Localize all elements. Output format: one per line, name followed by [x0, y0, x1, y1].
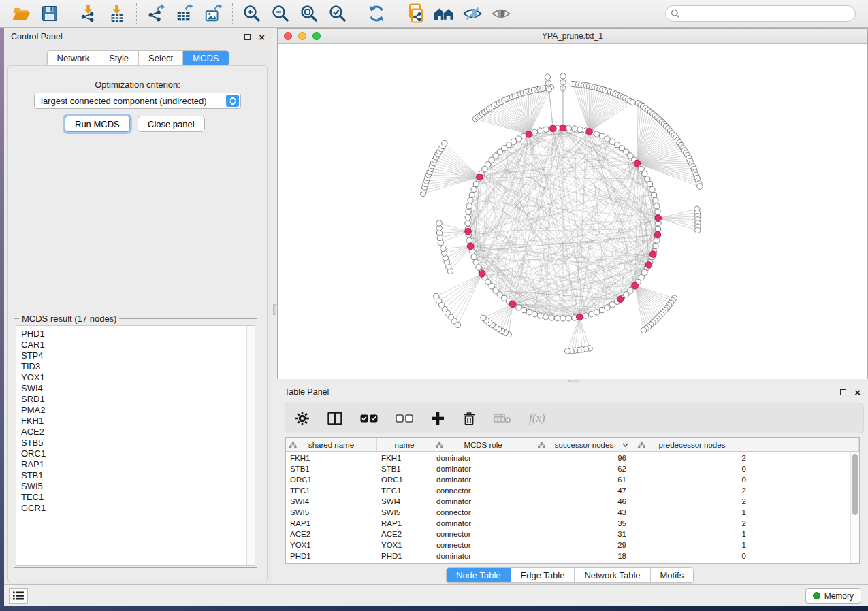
table-row[interactable]: SWI5SWI5connector431 — [286, 507, 850, 518]
column-header-MCDS-role[interactable]: MCDS role — [432, 438, 534, 451]
hide-selected-eye-icon[interactable] — [458, 1, 487, 26]
memory-button[interactable]: Memory — [805, 588, 861, 604]
network-canvas[interactable] — [278, 44, 867, 379]
float-panel-icon[interactable] — [840, 389, 846, 395]
tab-select[interactable]: Select — [139, 51, 183, 65]
column-header-shared-name[interactable]: shared name — [286, 438, 377, 451]
network-view-titlebar[interactable]: YPA_prune.txt_1 — [278, 29, 867, 44]
mcds-result-item[interactable]: GCR1 — [21, 503, 255, 514]
control-panel-tabs: NetworkStyleSelectMCDS — [46, 50, 229, 66]
criterion-dropdown[interactable]: largest connected component (undirected) — [34, 93, 241, 109]
splitter-handle[interactable] — [568, 380, 579, 382]
mcds-list-scrollbar[interactable] — [246, 326, 255, 565]
cell-predecessor-nodes: 2 — [634, 519, 750, 527]
column-header-predecessor-nodes[interactable]: predecessor nodes — [634, 438, 750, 451]
add-column-icon[interactable] — [431, 412, 445, 425]
column-header-name[interactable]: name — [377, 438, 432, 451]
show-hidden-eye-icon[interactable] — [487, 1, 515, 26]
column-chooser-icon[interactable] — [327, 412, 342, 425]
cell-successor-nodes: 61 — [534, 476, 634, 484]
close-panel-icon[interactable]: × — [854, 389, 861, 395]
mcds-result-item[interactable]: ORC1 — [21, 448, 255, 459]
mcds-result-item[interactable]: RAP1 — [21, 459, 255, 470]
mcds-result-item[interactable]: CAR1 — [21, 340, 255, 350]
cell-shared-name: FKH1 — [286, 454, 377, 462]
mcds-result-item[interactable]: STB1 — [21, 470, 255, 481]
table-scrollbar[interactable] — [850, 452, 859, 563]
float-panel-icon[interactable] — [244, 34, 251, 40]
table-row[interactable]: ORC1ORC1dominator610 — [286, 474, 850, 485]
mcds-result-item[interactable]: PMA2 — [21, 405, 255, 416]
delete-column-trash-icon[interactable] — [462, 411, 476, 426]
mcds-result-item[interactable]: SRD1 — [21, 394, 255, 405]
cell-successor-nodes: 29 — [534, 541, 634, 549]
mcds-result-item[interactable]: FKH1 — [21, 416, 255, 427]
mcds-result-item[interactable]: SWI5 — [21, 481, 255, 492]
cell-name: PHD1 — [377, 552, 432, 560]
mcds-result-item[interactable]: PHD1 — [21, 329, 255, 340]
table-row[interactable]: SWI4SWI4dominator462 — [286, 496, 850, 507]
export-table-icon[interactable] — [170, 1, 199, 26]
table-row[interactable]: PHD1PHD1dominator180 — [286, 550, 850, 561]
minimize-window-icon[interactable] — [298, 32, 306, 40]
import-network-icon[interactable] — [74, 1, 103, 26]
zoom-in-icon[interactable] — [238, 1, 266, 26]
table-tab-network-table[interactable]: Network Table — [575, 568, 650, 582]
tab-mcds[interactable]: MCDS — [183, 51, 228, 65]
export-network-icon[interactable] — [142, 1, 170, 26]
mcds-result-list[interactable]: PHD1CAR1STP4TID3YOX1SWI4SRD1PMA2FKH1ACE2… — [16, 325, 255, 566]
search-input[interactable] — [665, 5, 856, 22]
mcds-result-item[interactable]: TEC1 — [21, 492, 255, 503]
mcds-result-item[interactable]: YOX1 — [21, 372, 255, 383]
table-tab-edge-table[interactable]: Edge Table — [511, 568, 575, 582]
column-header-successor-nodes[interactable]: successor nodes — [534, 438, 634, 451]
close-panel-icon[interactable]: × — [259, 34, 265, 40]
table-row[interactable]: TEC1TEC1connector472 — [286, 485, 850, 496]
close-panel-button[interactable]: Close panel — [138, 116, 205, 132]
mcds-result-item[interactable]: ACE2 — [21, 427, 255, 437]
mcds-result-item[interactable]: STP4 — [21, 350, 255, 361]
refresh-icon[interactable] — [362, 1, 391, 26]
cell-predecessor-nodes: 2 — [634, 497, 750, 506]
open-file-icon[interactable] — [7, 1, 35, 26]
table-tab-node-table[interactable]: Node Table — [447, 568, 511, 582]
save-session-icon[interactable] — [35, 1, 64, 26]
zoom-fit-icon[interactable] — [295, 1, 323, 26]
scrollbar-thumb[interactable] — [852, 454, 858, 515]
node-table: shared namenameMCDS rolesuccessor nodesp… — [285, 437, 860, 564]
mcds-result-item[interactable]: STB5 — [21, 437, 255, 448]
export-image-icon[interactable] — [199, 1, 227, 26]
vertical-splitter[interactable] — [272, 28, 277, 584]
run-mcds-button[interactable]: Run MCDS — [65, 116, 130, 132]
tab-network[interactable]: Network — [47, 51, 99, 65]
cell-name: RAP1 — [377, 519, 432, 527]
zoom-out-icon[interactable] — [266, 1, 295, 26]
deselect-all-unchecked-icon[interactable] — [396, 414, 413, 423]
cell-successor-nodes: 46 — [534, 497, 634, 506]
zoom-selected-icon[interactable] — [323, 1, 352, 26]
cell-successor-nodes: 35 — [534, 519, 634, 527]
splitter-handle[interactable] — [273, 304, 276, 315]
table-panel-title: Table Panel — [285, 387, 840, 397]
table-row[interactable]: RAP1RAP1dominator352 — [286, 518, 850, 529]
column-label: MCDS role — [464, 441, 502, 449]
show-panels-list-icon[interactable] — [9, 588, 28, 604]
clone-network-icon[interactable] — [401, 1, 430, 26]
table-row[interactable]: ACE2ACE2connector311 — [286, 529, 850, 540]
maximize-window-icon[interactable] — [312, 32, 321, 40]
mcds-result-item[interactable]: SWI4 — [21, 383, 255, 394]
table-row[interactable]: STB1STB1dominator620 — [286, 463, 850, 474]
close-window-icon[interactable] — [284, 32, 292, 40]
table-row[interactable]: FKH1FKH1dominator962 — [286, 452, 850, 463]
select-all-checked-icon[interactable] — [360, 414, 378, 423]
tab-style[interactable]: Style — [99, 51, 139, 65]
cell-shared-name: SWI4 — [286, 497, 377, 506]
import-table-icon[interactable] — [103, 1, 131, 26]
table-row[interactable]: YOX1YOX1connector291 — [286, 540, 850, 550]
mcds-result-item[interactable]: TID3 — [21, 361, 255, 372]
cell-name: ACE2 — [377, 530, 432, 538]
settings-gear-icon[interactable] — [295, 411, 310, 426]
show-all-houses-icon[interactable] — [430, 1, 458, 26]
mcds-result-groupbox: MCDS result (17 nodes) PHD1CAR1STP4TID3Y… — [14, 318, 257, 568]
table-tab-motifs[interactable]: Motifs — [651, 568, 694, 582]
